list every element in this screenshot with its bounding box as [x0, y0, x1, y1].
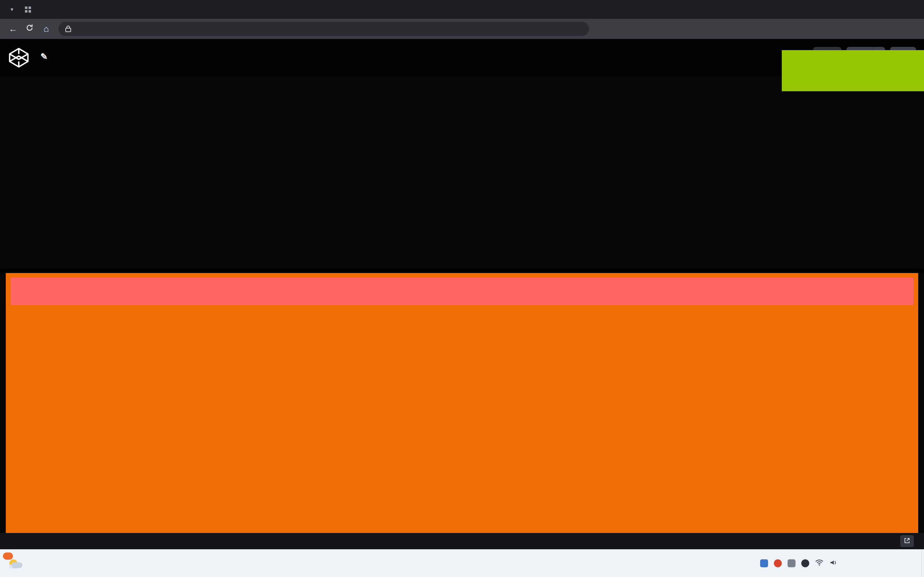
- pen-title-block: ✎: [36, 52, 48, 63]
- open-live-view-button[interactable]: [900, 535, 914, 547]
- footer-right: [892, 535, 918, 547]
- melt-div[interactable]: [10, 278, 914, 305]
- refresh-button[interactable]: [22, 21, 37, 36]
- codepen-footer: [0, 533, 924, 549]
- codepen-logo-icon[interactable]: [8, 47, 30, 69]
- back-arrow-icon: ←: [9, 24, 17, 34]
- external-link-icon: [904, 537, 910, 545]
- tab-search-button[interactable]: ▾: [6, 3, 18, 16]
- editor-panes: [0, 76, 924, 269]
- taskbar: [0, 549, 924, 577]
- tray-app-icon[interactable]: [788, 559, 795, 567]
- tray-app-icon[interactable]: [760, 559, 768, 567]
- wifi-icon[interactable]: [815, 559, 824, 567]
- system-tray: [754, 550, 924, 577]
- workspaces-button[interactable]: [22, 3, 34, 16]
- maximize-button[interactable]: [871, 0, 897, 19]
- close-button[interactable]: [897, 0, 924, 19]
- workspaces-icon: [25, 6, 31, 13]
- minimize-button[interactable]: [844, 0, 871, 19]
- browser-tab-bar: ▾: [0, 0, 924, 19]
- chevron-down-icon: ▾: [10, 6, 13, 13]
- preview-area: [0, 273, 924, 533]
- back-button[interactable]: ←: [5, 21, 21, 36]
- weather-badge: [3, 553, 13, 560]
- editor-preview-divider[interactable]: [0, 269, 924, 273]
- screen-recording-overlay: [782, 50, 924, 91]
- edit-title-icon[interactable]: ✎: [40, 52, 48, 62]
- home-icon: ⌂: [44, 24, 49, 34]
- window-controls: [844, 0, 924, 19]
- volume-icon[interactable]: [829, 559, 837, 567]
- tray-app-icon[interactable]: [801, 559, 809, 567]
- new-tab-button[interactable]: [39, 3, 53, 17]
- home-button[interactable]: ⌂: [38, 21, 54, 36]
- preview-page: [6, 273, 918, 533]
- address-bar[interactable]: [58, 22, 589, 36]
- refresh-icon: [26, 24, 34, 34]
- lock-icon[interactable]: [65, 25, 71, 32]
- tab-tools: ▾: [0, 0, 36, 19]
- weather-widget[interactable]: [0, 550, 35, 577]
- tray-app-icon[interactable]: [774, 559, 782, 567]
- screen: ▾ ← ⌂ ✎: [0, 0, 924, 577]
- show-desktop-button[interactable]: [921, 549, 924, 577]
- browser-nav-bar: ← ⌂: [0, 19, 924, 39]
